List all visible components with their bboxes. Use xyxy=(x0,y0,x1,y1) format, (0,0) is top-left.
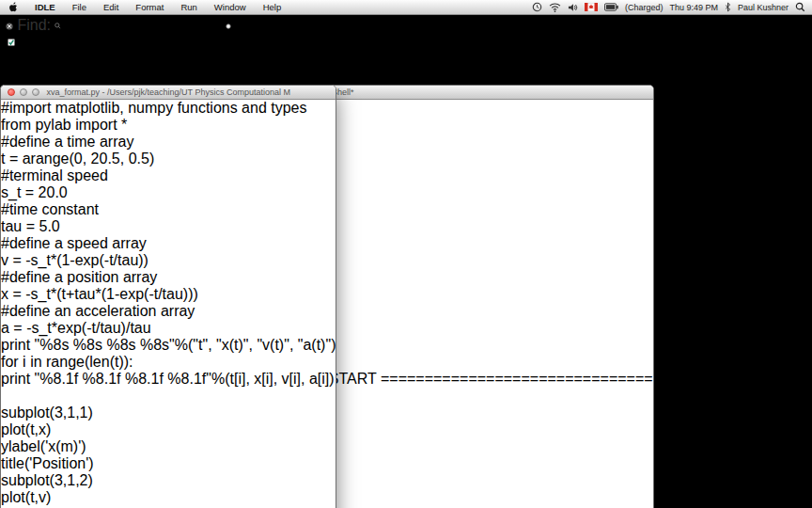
code-line: #terminal speed xyxy=(1,167,336,184)
code-line: from pylab import * xyxy=(1,117,336,134)
desktop: utorphyscomp – Physics with Pylab Find: … xyxy=(0,0,812,508)
close-button[interactable] xyxy=(8,88,15,96)
apple-menu[interactable] xyxy=(0,0,26,14)
volume-icon[interactable] xyxy=(568,3,578,12)
code-line: subplot(3,1,2) xyxy=(1,472,336,489)
code-line: print "%8s %8s %8s %8s"%("t", "x(t)", "v… xyxy=(1,337,336,354)
menu-user[interactable]: Paul Kushner xyxy=(738,3,789,12)
code-line: #define a time array xyxy=(1,134,336,151)
find-label: Find: xyxy=(17,17,51,33)
code-line: subplot(3,1,1) xyxy=(1,405,336,421)
zoom-button[interactable] xyxy=(32,88,39,96)
code-line: t = arange(0, 20.5, 0.5) xyxy=(1,151,336,167)
status-text: Done xyxy=(0,51,36,67)
code-line: #import matplotlib, numpy functions and … xyxy=(1,100,336,117)
menu-status-area: (Charged) Thu 9:49 PM Paul Kushner xyxy=(532,2,812,12)
menu-file[interactable]: File xyxy=(64,2,95,12)
menu-clock[interactable]: Thu 9:49 PM xyxy=(669,3,718,12)
highlight-all-button[interactable]: Highlight all xyxy=(226,17,313,33)
editor-code[interactable]: #import matplotlib, numpy functions and … xyxy=(1,100,336,508)
apple-icon xyxy=(8,2,18,13)
editor-title-bar[interactable]: xva_format.py - /Users/pjk/teaching/UT P… xyxy=(1,86,336,100)
menu-edit[interactable]: Edit xyxy=(95,2,127,12)
code-line: #time constant xyxy=(1,201,336,218)
code-line: v = -s_t*(1-exp(-t/tau)) xyxy=(1,252,336,269)
menu-window[interactable]: Window xyxy=(206,2,255,12)
menu-items: IDLEFileEditFormatRunWindowHelp xyxy=(26,0,289,14)
spotlight-icon[interactable] xyxy=(795,2,805,12)
code-line: for i in range(len(t)): xyxy=(1,354,336,371)
match-case-checkbox[interactable]: Match case xyxy=(8,34,812,51)
code-line: #define a speed array xyxy=(1,235,336,252)
battery-status: (Charged) xyxy=(625,3,664,12)
minimize-button[interactable] xyxy=(20,88,27,96)
code-line: #define a position array xyxy=(1,269,336,286)
code-line: tau = 5.0 xyxy=(1,218,336,235)
code-line: #define an acceleration array xyxy=(1,303,336,320)
pylab-window-title: physics+with+Pylab xyxy=(0,68,812,85)
wifi-icon[interactable] xyxy=(549,3,561,12)
find-input[interactable]: contour xyxy=(55,17,119,33)
menu-help[interactable]: Help xyxy=(255,2,290,12)
menu-run[interactable]: Run xyxy=(172,2,205,12)
battery-icon[interactable] xyxy=(604,3,618,11)
canada-flag-icon[interactable] xyxy=(585,3,598,11)
find-previous-button[interactable]: Previous xyxy=(155,17,213,33)
code-line: title('Position') xyxy=(1,455,336,472)
menu-format[interactable]: Format xyxy=(127,2,172,12)
search-icon xyxy=(55,23,61,29)
menu-bar: IDLEFileEditFormatRunWindowHelp (Charged… xyxy=(0,0,812,15)
pylab-page-window: physics+with+Pylab xyxy=(0,68,812,85)
editor-title: xva_format.py - /Users/pjk/teaching/UT P… xyxy=(47,87,290,97)
code-line: ylabel('x(m)') xyxy=(1,438,336,455)
code-line: s_t = 20.0 xyxy=(1,184,336,201)
time-machine-icon[interactable] xyxy=(532,2,542,12)
checkbox-check-icon xyxy=(8,39,15,46)
find-close-icon[interactable] xyxy=(6,17,17,33)
code-line: print "%8.1f %8.1f %8.1f %8.1f"%(t[i], x… xyxy=(1,371,336,388)
find-bar: Find: contour Next Previous Highlight al… xyxy=(0,17,812,51)
code-line: a = -s_t*exp(-t/tau)/tau xyxy=(1,320,336,337)
bluetooth-icon[interactable] xyxy=(725,2,731,12)
menu-idle[interactable]: IDLE xyxy=(26,2,64,12)
code-line xyxy=(1,388,336,405)
find-next-button[interactable]: Next xyxy=(120,17,151,33)
code-line: plot(t,v) xyxy=(1,489,336,506)
browser-status-bar: Done xyxy=(0,51,812,68)
code-line: plot(t,x) xyxy=(1,421,336,438)
editor-window: xva_format.py - /Users/pjk/teaching/UT P… xyxy=(0,85,336,508)
code-line: x = -s_t*(t+tau*(1-exp(-t/tau))) xyxy=(1,286,336,303)
highlight-lamp-icon xyxy=(226,24,231,29)
